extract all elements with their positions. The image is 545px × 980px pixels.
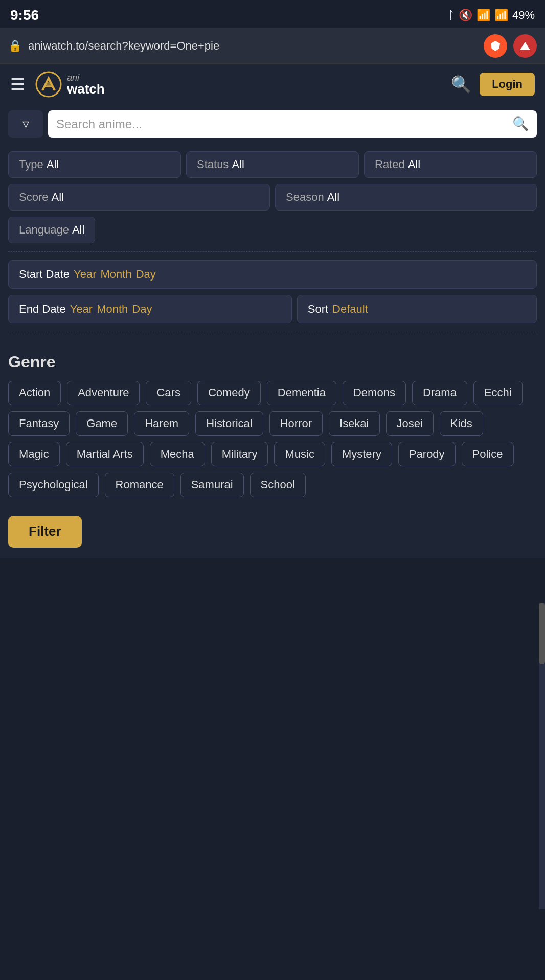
genre-tag-action[interactable]: Action	[8, 381, 61, 405]
filter-toggle-button[interactable]: ▿	[8, 110, 43, 138]
genre-tag-cars[interactable]: Cars	[146, 381, 191, 405]
browser-url[interactable]: aniwatch.to/search?keyword=One+pie	[28, 39, 478, 53]
genre-tag-game[interactable]: Game	[76, 411, 128, 436]
scrollbar-thumb[interactable]	[539, 603, 545, 664]
genre-title: Genre	[8, 353, 537, 371]
rated-value: All	[408, 158, 420, 171]
genre-tags: ActionAdventureCarsComedyDementiaDemonsD…	[8, 381, 537, 497]
filter-row-1: Type All Status All Rated All	[8, 151, 537, 178]
signal-icon: 📶	[494, 9, 508, 22]
score-value: All	[51, 191, 63, 204]
genre-tag-parody[interactable]: Parody	[398, 442, 456, 466]
genre-tag-ecchi[interactable]: Ecchi	[473, 381, 523, 405]
genre-tag-kids[interactable]: Kids	[440, 411, 483, 436]
status-value: All	[232, 158, 244, 171]
divider-1	[8, 251, 537, 252]
login-button[interactable]: Login	[480, 73, 535, 96]
svg-marker-0	[520, 42, 530, 50]
genre-tag-mystery[interactable]: Mystery	[331, 442, 392, 466]
status-time: 9:56	[10, 7, 39, 24]
genre-tag-comedy[interactable]: Comedy	[197, 381, 261, 405]
type-label: Type	[19, 158, 43, 171]
genre-tag-horror[interactable]: Horror	[269, 411, 323, 436]
nav-left: ☰ ani watch	[10, 71, 105, 98]
hamburger-menu[interactable]: ☰	[10, 75, 25, 94]
filter-row-3: Language All	[8, 217, 537, 243]
end-date-day: Day	[132, 302, 152, 316]
genre-tag-dementia[interactable]: Dementia	[267, 381, 336, 405]
nav-bar: ☰ ani watch 🔍 Login	[0, 64, 545, 105]
browser-bar: 🔒 aniwatch.to/search?keyword=One+pie	[0, 28, 545, 64]
status-bar: 9:56 ᛚ 🔇 📶 📶 49%	[0, 0, 545, 28]
genre-tag-demons[interactable]: Demons	[343, 381, 406, 405]
score-filter[interactable]: Score All	[8, 184, 270, 211]
filter-icon: ▿	[22, 116, 29, 132]
season-value: All	[327, 191, 339, 204]
bottom-filter-bar: Filter	[0, 505, 545, 558]
end-date-filter[interactable]: End Date Year Month Day	[8, 295, 292, 323]
lock-icon: 🔒	[8, 39, 22, 53]
genre-tag-mecha[interactable]: Mecha	[150, 442, 205, 466]
score-label: Score	[19, 191, 48, 204]
logo-watch: watch	[67, 82, 105, 96]
language-filter[interactable]: Language All	[8, 217, 95, 243]
genre-tag-police[interactable]: Police	[462, 442, 514, 466]
genre-tag-romance[interactable]: Romance	[105, 473, 174, 497]
genre-tag-psychological[interactable]: Psychological	[8, 473, 99, 497]
start-date-day: Day	[136, 268, 156, 281]
genre-tag-music[interactable]: Music	[274, 442, 325, 466]
end-date-year: Year	[70, 302, 93, 316]
divider-2	[8, 332, 537, 332]
search-input[interactable]	[56, 117, 512, 131]
genre-tag-isekai[interactable]: Isekai	[329, 411, 379, 436]
genre-section: Genre ActionAdventureCarsComedyDementiaD…	[0, 344, 545, 505]
status-filter[interactable]: Status All	[186, 151, 359, 178]
genre-tag-martial-arts[interactable]: Martial Arts	[66, 442, 144, 466]
sort-label: Sort	[308, 302, 328, 316]
genre-tag-school[interactable]: School	[250, 473, 306, 497]
start-date-filter[interactable]: Start Date Year Month Day	[8, 260, 537, 289]
nav-search-icon[interactable]: 🔍	[451, 75, 471, 94]
rated-label: Rated	[375, 158, 405, 171]
genre-tag-fantasy[interactable]: Fantasy	[8, 411, 70, 436]
scrollbar[interactable]	[539, 603, 545, 909]
battery-label: 49%	[512, 9, 535, 22]
start-date-year: Year	[74, 268, 96, 281]
sort-value: Default	[332, 302, 368, 316]
mute-icon: 🔇	[459, 9, 472, 22]
svg-point-2	[46, 82, 51, 87]
season-filter[interactable]: Season All	[275, 184, 537, 211]
start-date-month: Month	[101, 268, 132, 281]
bluetooth-icon: ᛚ	[448, 9, 455, 22]
app-icon[interactable]	[513, 34, 537, 58]
filter-apply-button[interactable]: Filter	[8, 516, 82, 548]
sort-filter[interactable]: Sort Default	[297, 295, 537, 323]
search-submit-button[interactable]: 🔍	[512, 116, 529, 132]
genre-tag-historical[interactable]: Historical	[195, 411, 263, 436]
genre-tag-magic[interactable]: Magic	[8, 442, 60, 466]
logo-text: ani watch	[67, 73, 105, 96]
date-row-1: Start Date Year Month Day	[8, 260, 537, 289]
type-value: All	[47, 158, 59, 171]
genre-tag-military[interactable]: Military	[211, 442, 268, 466]
main-content: Type All Status All Rated All Score All …	[0, 143, 545, 558]
genre-tag-drama[interactable]: Drama	[412, 381, 467, 405]
season-label: Season	[286, 191, 324, 204]
status-icons: ᛚ 🔇 📶 📶 49%	[448, 9, 535, 22]
genre-tag-harem[interactable]: Harem	[134, 411, 189, 436]
genre-tag-samurai[interactable]: Samurai	[180, 473, 244, 497]
genre-tag-adventure[interactable]: Adventure	[67, 381, 140, 405]
filter-row-2: Score All Season All	[8, 184, 537, 211]
date-row-2: End Date Year Month Day Sort Default	[8, 295, 537, 323]
logo[interactable]: ani watch	[35, 71, 105, 98]
filter-section: Type All Status All Rated All Score All …	[0, 143, 545, 344]
wifi-icon: 📶	[476, 9, 490, 22]
search-input-wrap: 🔍	[48, 110, 537, 138]
start-date-label: Start Date	[19, 268, 70, 281]
browser-icons	[484, 34, 537, 58]
rated-filter[interactable]: Rated All	[364, 151, 537, 178]
language-label: Language	[19, 223, 69, 237]
type-filter[interactable]: Type All	[8, 151, 181, 178]
genre-tag-josei[interactable]: Josei	[386, 411, 434, 436]
brave-icon[interactable]	[484, 34, 507, 58]
